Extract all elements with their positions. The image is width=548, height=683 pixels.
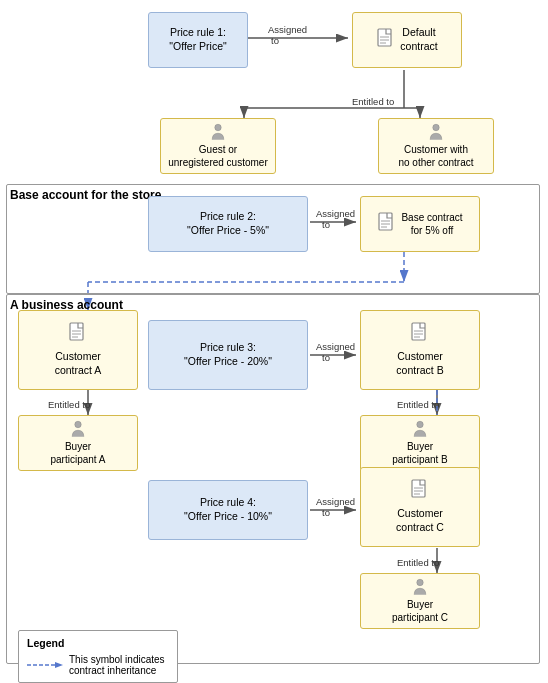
price-rule-4-box: Price rule 4: "Offer Price - 10%" — [148, 480, 308, 540]
customer-contract-c-box: Customer contract C — [360, 467, 480, 547]
svg-point-48 — [75, 421, 81, 427]
doc-icon-base5 — [377, 212, 397, 236]
buyer-a-box: Buyer participant A — [18, 415, 138, 471]
price-rule-1-label: Price rule 1: "Offer Price" — [169, 26, 226, 53]
customer-contract-a-label: Customer contract A — [55, 350, 102, 377]
doc-icon-c — [410, 479, 430, 503]
buyer-a-label: Buyer participant A — [50, 440, 105, 466]
legend-text: This symbol indicates contract inheritan… — [69, 654, 165, 676]
svg-text:Entitled to: Entitled to — [352, 96, 394, 107]
buyer-c-box: Buyer participant C — [360, 573, 480, 629]
svg-rect-30 — [378, 29, 391, 46]
price-rule-1-box: Price rule 1: "Offer Price" — [148, 12, 248, 68]
price-rule-3-box: Price rule 3: "Offer Price - 20%" — [148, 320, 308, 390]
svg-marker-56 — [55, 662, 63, 668]
person-icon-guest — [207, 123, 229, 141]
price-rule-4-label: Price rule 4: "Offer Price - 10%" — [184, 496, 272, 523]
base-account-label: Base account for the store — [10, 188, 161, 202]
customer-no-contract-box: Customer with no other contract — [378, 118, 494, 174]
guest-customer-box: Guest or unregistered customer — [160, 118, 276, 174]
svg-text:Assigned: Assigned — [268, 24, 307, 35]
svg-text:to: to — [271, 35, 279, 46]
svg-rect-40 — [70, 323, 83, 340]
buyer-b-label: Buyer participant B — [392, 440, 448, 466]
doc-icon-b — [410, 322, 430, 346]
customer-contract-b-box: Customer contract B — [360, 310, 480, 390]
base-contract-5-label: Base contract for 5% off — [401, 211, 462, 237]
svg-point-49 — [417, 421, 423, 427]
svg-rect-36 — [379, 213, 392, 230]
default-contract-label: Default contract — [400, 26, 437, 53]
price-rule-2-label: Price rule 2: "Offer Price - 5%" — [187, 210, 269, 237]
customer-contract-b-label: Customer contract B — [396, 350, 443, 377]
guest-customer-label: Guest or unregistered customer — [168, 143, 268, 169]
buyer-b-box: Buyer participant B — [360, 415, 480, 471]
customer-no-contract-label: Customer with no other contract — [398, 143, 473, 169]
diagram-container: Assigned to Entitled to Assigned to Assi… — [0, 0, 548, 20]
svg-point-35 — [433, 124, 439, 130]
base-contract-5-box: Base contract for 5% off — [360, 196, 480, 252]
doc-icon — [376, 28, 396, 52]
default-contract-box: Default contract — [352, 12, 462, 68]
price-rule-3-label: Price rule 3: "Offer Price - 20%" — [184, 341, 272, 368]
person-icon-buyer-a — [67, 420, 89, 438]
customer-contract-a-box: Customer contract A — [18, 310, 138, 390]
svg-point-54 — [417, 579, 423, 585]
buyer-c-label: Buyer participant C — [392, 598, 448, 624]
doc-icon-a — [68, 322, 88, 346]
price-rule-2-box: Price rule 2: "Offer Price - 5%" — [148, 196, 308, 252]
person-icon-buyer-c — [409, 578, 431, 596]
person-icon-no-contract — [425, 123, 447, 141]
svg-rect-50 — [412, 480, 425, 497]
legend-box: Legend This symbol indicates contract in… — [18, 630, 178, 683]
customer-contract-c-label: Customer contract C — [396, 507, 444, 534]
legend-dashed-arrow — [27, 658, 63, 672]
svg-rect-44 — [412, 323, 425, 340]
person-icon-buyer-b — [409, 420, 431, 438]
legend-title: Legend — [27, 637, 169, 649]
svg-point-34 — [215, 124, 221, 130]
